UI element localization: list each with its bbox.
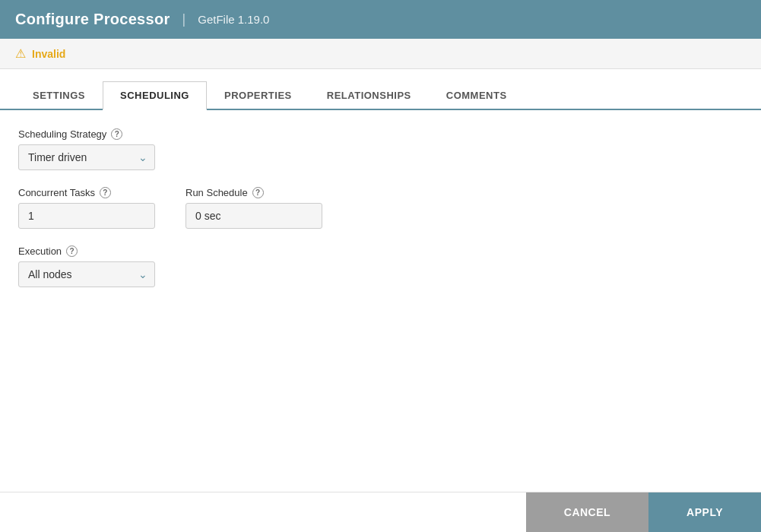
header-divider: |: [182, 11, 186, 27]
run-schedule-label: Run Schedule ?: [185, 187, 322, 198]
concurrent-tasks-help-icon[interactable]: ?: [100, 187, 111, 198]
run-schedule-input[interactable]: [185, 203, 322, 229]
concurrent-tasks-label: Concurrent Tasks ?: [18, 187, 155, 198]
footer: CANCEL APPLY: [0, 492, 761, 532]
invalid-banner: ⚠ Invalid: [0, 39, 761, 69]
tab-relationships[interactable]: RELATIONSHIPS: [309, 81, 429, 109]
main-panel: SETTINGS SCHEDULING PROPERTIES RELATIONS…: [0, 69, 761, 492]
dialog-title: Configure Processor: [15, 11, 170, 28]
tab-comments[interactable]: COMMENTS: [429, 81, 525, 109]
scheduling-strategy-select-wrapper: Timer driven CRON driven Event driven ⌄: [18, 144, 155, 170]
execution-select[interactable]: All nodes Primary node: [18, 261, 155, 287]
scheduling-strategy-select[interactable]: Timer driven CRON driven Event driven: [18, 144, 155, 170]
tab-settings[interactable]: SETTINGS: [15, 81, 103, 109]
tab-scheduling[interactable]: SCHEDULING: [103, 81, 207, 110]
execution-label: Execution ?: [18, 245, 743, 257]
form-content: Scheduling Strategy ? Timer driven CRON …: [0, 110, 761, 492]
execution-help-icon[interactable]: ?: [66, 245, 78, 257]
concurrent-tasks-group: Concurrent Tasks ?: [18, 187, 155, 229]
execution-group: Execution ? All nodes Primary node ⌄: [18, 245, 743, 287]
concurrent-tasks-input[interactable]: [18, 203, 155, 229]
apply-button[interactable]: APPLY: [648, 492, 761, 532]
warning-icon: ⚠: [15, 46, 26, 61]
header: Configure Processor | GetFile 1.19.0: [0, 0, 761, 39]
run-schedule-help-icon[interactable]: ?: [252, 187, 264, 198]
run-schedule-group: Run Schedule ?: [185, 187, 322, 229]
tab-properties[interactable]: PROPERTIES: [207, 81, 309, 109]
execution-select-wrapper: All nodes Primary node ⌄: [18, 261, 155, 287]
processor-version: GetFile 1.19.0: [198, 13, 269, 26]
concurrent-run-row: Concurrent Tasks ? Run Schedule ?: [18, 187, 743, 245]
cancel-button[interactable]: CANCEL: [526, 492, 648, 532]
scheduling-strategy-label: Scheduling Strategy ?: [18, 128, 743, 140]
invalid-text: Invalid: [32, 48, 65, 60]
tab-bar: SETTINGS SCHEDULING PROPERTIES RELATIONS…: [0, 69, 761, 110]
scheduling-strategy-group: Scheduling Strategy ? Timer driven CRON …: [18, 128, 743, 170]
scheduling-strategy-help-icon[interactable]: ?: [111, 128, 122, 140]
